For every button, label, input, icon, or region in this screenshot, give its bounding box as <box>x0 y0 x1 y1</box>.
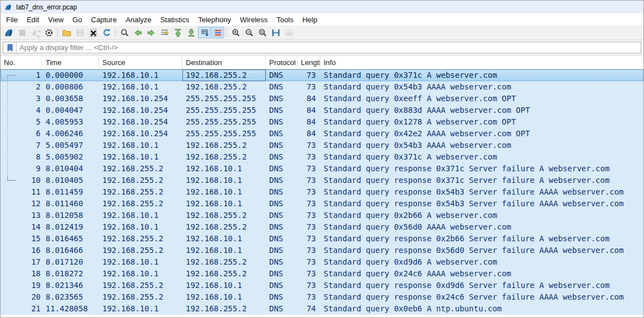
open-file-button[interactable] <box>60 27 73 38</box>
menu-view[interactable]: View <box>43 14 68 26</box>
packet-row-5[interactable]: 54.005953192.168.10.254255.255.255.255DN… <box>1 116 643 128</box>
magnifier-icon <box>120 28 130 38</box>
cell-no: 18 <box>1 268 42 280</box>
packet-row-18[interactable]: 188.018272192.168.10.1192.168.255.2DNS73… <box>1 268 643 280</box>
cell-destination: 192.168.10.1 <box>182 245 266 256</box>
menu-statistics[interactable]: Statistics <box>156 14 194 26</box>
wireshark-window: lab7_dns_error.pcap FileEditViewGoCaptur… <box>0 0 644 318</box>
cell-no: 14 <box>1 221 42 233</box>
cell-length: 73 <box>298 221 320 233</box>
cell-length: 73 <box>298 291 320 303</box>
cell-info: Standard query 0x371c A webserver.com <box>320 69 643 81</box>
packet-row-10[interactable]: 108.010405192.168.255.2192.168.10.1DNS73… <box>1 175 643 186</box>
menu-wireless[interactable]: Wireless <box>235 14 272 26</box>
cell-time: 8.012058 <box>42 210 99 221</box>
cell-time: 5.005497 <box>42 140 99 151</box>
zoom-in-button[interactable] <box>229 27 242 38</box>
start-capture-button[interactable] <box>2 27 15 38</box>
packet-row-3[interactable]: 30.003658192.168.10.254255.255.255.255DN… <box>1 93 643 105</box>
column-header-source[interactable]: Source <box>99 56 182 69</box>
go-first-packet-button[interactable] <box>171 27 184 38</box>
packet-row-7[interactable]: 75.005497192.168.10.1192.168.255.2DNS73S… <box>1 140 643 151</box>
cell-time: 5.005902 <box>42 151 99 163</box>
packet-row-14[interactable]: 148.012419192.168.10.1192.168.255.2DNS73… <box>1 221 643 233</box>
restart-capture-button[interactable] <box>29 27 42 38</box>
find-packet-button[interactable] <box>118 27 131 38</box>
cell-length: 73 <box>298 210 320 221</box>
column-header-destination[interactable]: Destination <box>182 56 266 69</box>
cell-no: 17 <box>1 256 42 268</box>
cell-destination: 192.168.255.2 <box>182 256 266 268</box>
auto-scroll-button[interactable] <box>198 27 211 38</box>
filter-bookmark-button[interactable] <box>3 42 17 53</box>
go-last-packet-button[interactable] <box>185 27 197 38</box>
stop-square-icon <box>17 28 27 38</box>
packet-row-4[interactable]: 40.004047192.168.10.254255.255.255.255DN… <box>1 105 643 116</box>
packet-row-6[interactable]: 64.006246192.168.10.254255.255.255.255DN… <box>1 128 643 140</box>
bookmark-icon <box>7 44 13 52</box>
cell-no: 1 <box>1 69 42 81</box>
cell-info: Standard query response 0x371c Server fa… <box>320 175 643 186</box>
cell-length: 74 <box>298 303 320 315</box>
close-file-button[interactable] <box>87 27 100 38</box>
filter-placeholder-text: Apply a display filter ... <Ctrl-/> <box>17 43 118 52</box>
packet-row-1[interactable]: 10.000000192.168.10.1192.168.255.2DNS73S… <box>1 69 643 81</box>
cell-info: Standard query response 0x56d0 Server fa… <box>320 245 643 256</box>
menu-telephony[interactable]: Telephony <box>194 14 235 26</box>
shark-fin-icon <box>4 28 14 38</box>
menu-go[interactable]: Go <box>68 14 86 26</box>
zoom-original-button[interactable] <box>256 27 269 38</box>
toolbar-separator <box>57 28 58 37</box>
packet-row-8[interactable]: 85.005902192.168.10.1192.168.255.2DNS73S… <box>1 151 643 163</box>
resize-columns-button[interactable] <box>269 27 282 38</box>
zoom-out-icon <box>244 28 254 38</box>
cell-protocol: DNS <box>266 140 298 151</box>
go-to-packet-button[interactable] <box>158 27 171 38</box>
menu-edit[interactable]: Edit <box>22 14 43 26</box>
column-header-protocol[interactable]: Protocol <box>266 56 298 69</box>
packet-row-16[interactable]: 168.016466192.168.255.2192.168.10.1DNS73… <box>1 245 643 256</box>
menu-file[interactable]: File <box>2 14 22 26</box>
stop-capture-button[interactable] <box>16 27 28 38</box>
packet-row-11[interactable]: 118.011459192.168.255.2192.168.10.1DNS73… <box>1 186 643 198</box>
cell-length: 73 <box>298 163 320 175</box>
go-forward-button[interactable] <box>145 27 157 38</box>
cell-info: Standard query response 0x54b3 Server fa… <box>320 198 643 210</box>
cell-destination: 192.168.255.2 <box>182 140 266 151</box>
column-header-length[interactable]: Length <box>298 56 320 69</box>
column-header-info[interactable]: Info <box>320 56 643 69</box>
display-filter-input[interactable]: Apply a display filter ... <Ctrl-/> <box>3 42 641 53</box>
packet-row-19[interactable]: 198.021346192.168.255.2192.168.10.1DNS73… <box>1 280 643 291</box>
colorize-button[interactable] <box>211 27 224 38</box>
packet-row-12[interactable]: 128.011460192.168.255.2192.168.10.1DNS73… <box>1 198 643 210</box>
arrow-right-icon <box>146 28 156 38</box>
cell-time: 8.010405 <box>42 175 99 186</box>
cell-length: 73 <box>298 268 320 280</box>
reload-file-button[interactable] <box>100 27 113 38</box>
packet-row-17[interactable]: 178.017120192.168.10.1192.168.255.2DNS73… <box>1 256 643 268</box>
packet-row-20[interactable]: 208.023565192.168.255.2192.168.10.1DNS73… <box>1 291 643 303</box>
cell-time: 8.018272 <box>42 268 99 280</box>
cell-info: Standard query 0x54b3 AAAA webserver.com <box>320 81 643 93</box>
menu-capture[interactable]: Capture <box>87 14 121 26</box>
cell-no: 11 <box>1 186 42 198</box>
go-back-button[interactable] <box>131 27 144 38</box>
packet-row-9[interactable]: 98.010404192.168.255.2192.168.10.1DNS73S… <box>1 163 643 175</box>
menu-tools[interactable]: Tools <box>272 14 298 26</box>
column-header-time[interactable]: Time <box>42 56 99 69</box>
packet-row-13[interactable]: 138.012058192.168.10.1192.168.255.2DNS73… <box>1 210 643 221</box>
cell-protocol: DNS <box>266 163 298 175</box>
packet-row-15[interactable]: 158.016465192.168.255.2192.168.10.1DNS73… <box>1 233 643 245</box>
menu-analyze[interactable]: Analyze <box>121 14 156 26</box>
packet-row-2[interactable]: 20.000806192.168.10.1192.168.255.2DNS73S… <box>1 81 643 93</box>
zoom-out-button[interactable] <box>242 27 255 38</box>
toggle-columns-button[interactable] <box>283 27 295 38</box>
packet-row-21[interactable]: 2111.428058192.168.10.1192.168.255.2DNS7… <box>1 303 643 315</box>
capture-options-button[interactable] <box>42 27 55 38</box>
cell-destination: 192.168.10.1 <box>182 198 266 210</box>
column-header-no[interactable]: No. <box>1 56 42 69</box>
save-file-button[interactable] <box>73 27 86 38</box>
cell-info: Standard query 0x883d AAAA webserver.com… <box>320 105 643 116</box>
menu-help[interactable]: Help <box>298 14 322 26</box>
cell-source: 192.168.255.2 <box>99 233 182 245</box>
